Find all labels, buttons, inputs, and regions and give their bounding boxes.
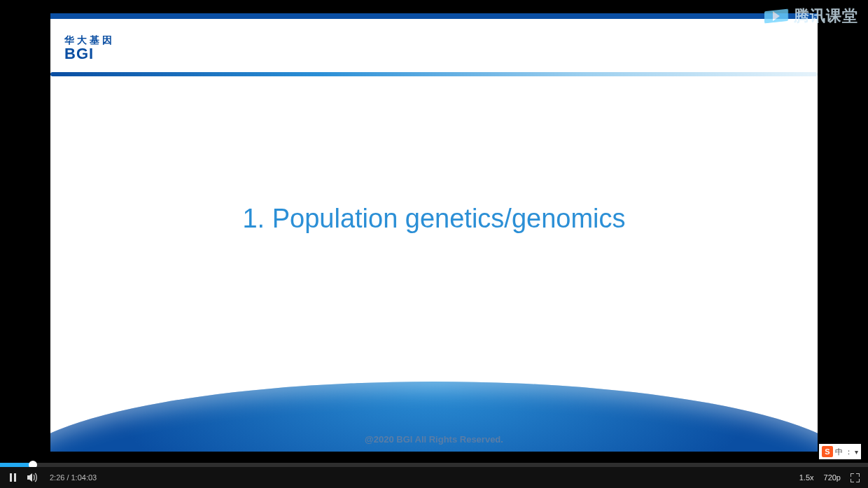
video-player: 华大基因 BGI 1. Population genetics/genomics…: [0, 0, 868, 488]
volume-button[interactable]: [27, 473, 38, 482]
watermark-text: 腾讯课堂: [794, 6, 858, 27]
ime-punct: ：: [845, 447, 853, 457]
ime-indicator[interactable]: S 中 ： ▾: [819, 444, 861, 459]
controls-bar: 2:26/1:04:03 1.5x 720p: [0, 467, 868, 488]
current-time: 2:26: [50, 473, 64, 482]
bgi-logo-en: BGI: [64, 47, 115, 61]
slide-footer: @2020 BGI All Rights Reserved.: [50, 434, 818, 445]
ime-badge-icon: S: [822, 446, 833, 457]
controls-left: 2:26/1:04:03: [0, 473, 97, 482]
volume-icon: [27, 473, 38, 482]
bgi-logo: 华大基因 BGI: [64, 34, 115, 61]
play-diamond-icon: [764, 7, 788, 25]
quality-button[interactable]: 720p: [824, 473, 841, 482]
controls-right: 1.5x 720p: [799, 473, 868, 482]
slide-divider: [50, 72, 818, 76]
ime-lang: 中: [835, 447, 843, 457]
video-stage[interactable]: 华大基因 BGI 1. Population genetics/genomics…: [0, 0, 868, 462]
tencent-classroom-watermark: 腾讯课堂: [764, 6, 858, 27]
slide: 华大基因 BGI 1. Population genetics/genomics…: [50, 19, 818, 452]
time-display: 2:26/1:04:03: [50, 473, 97, 482]
chevron-down-icon: ▾: [855, 448, 858, 456]
fullscreen-icon: [850, 473, 860, 482]
slide-top-bar: [50, 13, 818, 19]
duration: 1:04:03: [71, 473, 97, 482]
pause-button[interactable]: [10, 473, 16, 482]
slide-container: 华大基因 BGI 1. Population genetics/genomics…: [50, 13, 818, 452]
speed-button[interactable]: 1.5x: [799, 473, 814, 482]
fullscreen-button[interactable]: [850, 473, 860, 482]
slide-title: 1. Population genetics/genomics: [50, 204, 818, 234]
pause-icon: [10, 473, 16, 482]
